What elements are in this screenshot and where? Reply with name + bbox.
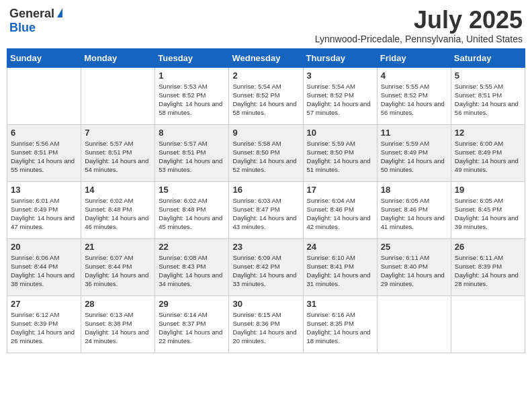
title-section: July 2025 Lynnwood-Pricedale, Pennsylvan…	[315, 7, 523, 44]
calendar-cell: 8Sunrise: 5:57 AMSunset: 8:51 PMDaylight…	[155, 124, 229, 181]
calendar-cell: 10Sunrise: 5:59 AMSunset: 8:50 PMDayligh…	[303, 124, 377, 181]
calendar-cell: 4Sunrise: 5:55 AMSunset: 8:52 PMDaylight…	[377, 67, 451, 124]
calendar-cell: 15Sunrise: 6:02 AMSunset: 8:48 PMDayligh…	[155, 181, 229, 238]
day-info: Sunrise: 6:02 AMSunset: 8:48 PMDaylight:…	[159, 196, 225, 232]
day-info: Sunrise: 5:55 AMSunset: 8:51 PMDaylight:…	[455, 82, 521, 118]
calendar-cell: 9Sunrise: 5:58 AMSunset: 8:50 PMDaylight…	[229, 124, 303, 181]
calendar-cell: 12Sunrise: 6:00 AMSunset: 8:49 PMDayligh…	[451, 124, 525, 181]
day-info: Sunrise: 6:01 AMSunset: 8:49 PMDaylight:…	[11, 196, 77, 232]
day-info: Sunrise: 5:53 AMSunset: 8:52 PMDaylight:…	[159, 82, 225, 118]
day-number: 31	[307, 299, 373, 309]
calendar-cell: 30Sunrise: 6:15 AMSunset: 8:36 PMDayligh…	[229, 295, 303, 353]
day-number: 10	[307, 128, 373, 138]
day-info: Sunrise: 5:55 AMSunset: 8:52 PMDaylight:…	[381, 82, 447, 118]
calendar-cell: 20Sunrise: 6:06 AMSunset: 8:44 PMDayligh…	[7, 238, 81, 295]
day-info: Sunrise: 6:08 AMSunset: 8:43 PMDaylight:…	[159, 253, 225, 289]
weekday-header: Sunday	[7, 48, 81, 67]
calendar-cell	[377, 295, 451, 353]
calendar-cell: 25Sunrise: 6:11 AMSunset: 8:40 PMDayligh…	[377, 238, 451, 295]
logo: General Blue	[9, 7, 62, 35]
weekday-header: Tuesday	[155, 48, 229, 67]
day-number: 21	[85, 242, 151, 252]
day-info: Sunrise: 5:59 AMSunset: 8:49 PMDaylight:…	[381, 139, 447, 175]
day-info: Sunrise: 5:58 AMSunset: 8:50 PMDaylight:…	[232, 139, 299, 175]
day-number: 13	[11, 185, 77, 195]
calendar-cell: 16Sunrise: 6:03 AMSunset: 8:47 PMDayligh…	[229, 181, 303, 238]
day-info: Sunrise: 6:10 AMSunset: 8:41 PMDaylight:…	[307, 253, 373, 289]
day-info: Sunrise: 6:02 AMSunset: 8:48 PMDaylight:…	[85, 196, 151, 232]
day-number: 24	[307, 242, 373, 252]
day-info: Sunrise: 6:03 AMSunset: 8:47 PMDaylight:…	[232, 196, 299, 232]
calendar-cell: 7Sunrise: 5:57 AMSunset: 8:51 PMDaylight…	[81, 124, 155, 181]
day-number: 17	[307, 185, 373, 195]
day-info: Sunrise: 6:16 AMSunset: 8:35 PMDaylight:…	[307, 310, 373, 346]
day-info: Sunrise: 6:06 AMSunset: 8:44 PMDaylight:…	[11, 253, 77, 289]
day-number: 4	[381, 71, 447, 81]
calendar-cell	[451, 295, 525, 353]
day-info: Sunrise: 6:14 AMSunset: 8:37 PMDaylight:…	[159, 310, 225, 346]
calendar-week-row: 20Sunrise: 6:06 AMSunset: 8:44 PMDayligh…	[7, 238, 525, 295]
day-number: 27	[11, 299, 77, 309]
calendar-cell: 13Sunrise: 6:01 AMSunset: 8:49 PMDayligh…	[7, 181, 81, 238]
day-number: 25	[381, 242, 447, 252]
calendar-week-row: 1Sunrise: 5:53 AMSunset: 8:52 PMDaylight…	[7, 67, 525, 124]
day-number: 6	[11, 128, 77, 138]
day-number: 5	[455, 71, 521, 81]
calendar-cell	[7, 67, 81, 124]
day-number: 11	[381, 128, 447, 138]
day-info: Sunrise: 6:09 AMSunset: 8:42 PMDaylight:…	[232, 253, 299, 289]
day-number: 23	[232, 242, 299, 252]
page-header: General Blue July 2025 Lynnwood-Pricedal…	[7, 7, 525, 44]
calendar-cell	[81, 67, 155, 124]
day-number: 29	[159, 299, 225, 309]
calendar-cell: 24Sunrise: 6:10 AMSunset: 8:41 PMDayligh…	[303, 238, 377, 295]
calendar-cell: 29Sunrise: 6:14 AMSunset: 8:37 PMDayligh…	[155, 295, 229, 353]
calendar-week-row: 27Sunrise: 6:12 AMSunset: 8:39 PMDayligh…	[7, 295, 525, 353]
logo-blue-text: Blue	[9, 21, 36, 35]
day-info: Sunrise: 6:00 AMSunset: 8:49 PMDaylight:…	[455, 139, 521, 175]
day-info: Sunrise: 5:59 AMSunset: 8:50 PMDaylight:…	[307, 139, 373, 175]
day-info: Sunrise: 6:13 AMSunset: 8:38 PMDaylight:…	[85, 310, 151, 346]
logo-triangle-icon	[57, 8, 62, 17]
calendar-cell: 5Sunrise: 5:55 AMSunset: 8:51 PMDaylight…	[451, 67, 525, 124]
day-number: 19	[455, 185, 521, 195]
day-info: Sunrise: 5:54 AMSunset: 8:52 PMDaylight:…	[232, 82, 299, 118]
calendar-cell: 1Sunrise: 5:53 AMSunset: 8:52 PMDaylight…	[155, 67, 229, 124]
calendar-cell: 21Sunrise: 6:07 AMSunset: 8:44 PMDayligh…	[81, 238, 155, 295]
calendar-cell: 31Sunrise: 6:16 AMSunset: 8:35 PMDayligh…	[303, 295, 377, 353]
day-number: 30	[232, 299, 299, 309]
calendar-cell: 14Sunrise: 6:02 AMSunset: 8:48 PMDayligh…	[81, 181, 155, 238]
day-number: 15	[159, 185, 225, 195]
day-info: Sunrise: 6:04 AMSunset: 8:46 PMDaylight:…	[307, 196, 373, 232]
weekday-header: Friday	[377, 48, 451, 67]
day-info: Sunrise: 6:15 AMSunset: 8:36 PMDaylight:…	[232, 310, 299, 346]
day-number: 1	[159, 71, 225, 81]
calendar-cell: 11Sunrise: 5:59 AMSunset: 8:49 PMDayligh…	[377, 124, 451, 181]
day-info: Sunrise: 6:12 AMSunset: 8:39 PMDaylight:…	[11, 310, 77, 346]
calendar-cell: 26Sunrise: 6:11 AMSunset: 8:39 PMDayligh…	[451, 238, 525, 295]
day-number: 18	[381, 185, 447, 195]
calendar-cell: 2Sunrise: 5:54 AMSunset: 8:52 PMDaylight…	[229, 67, 303, 124]
day-number: 22	[159, 242, 225, 252]
location-text: Lynnwood-Pricedale, Pennsylvania, United…	[315, 34, 523, 44]
calendar-cell: 28Sunrise: 6:13 AMSunset: 8:38 PMDayligh…	[81, 295, 155, 353]
weekday-header: Monday	[81, 48, 155, 67]
day-info: Sunrise: 5:56 AMSunset: 8:51 PMDaylight:…	[11, 139, 77, 175]
day-number: 2	[232, 71, 299, 81]
calendar-table: SundayMondayTuesdayWednesdayThursdayFrid…	[7, 48, 525, 353]
calendar-week-row: 6Sunrise: 5:56 AMSunset: 8:51 PMDaylight…	[7, 124, 525, 181]
day-info: Sunrise: 6:11 AMSunset: 8:39 PMDaylight:…	[455, 253, 521, 289]
month-year-title: July 2025	[315, 7, 523, 34]
day-info: Sunrise: 6:11 AMSunset: 8:40 PMDaylight:…	[381, 253, 447, 289]
day-number: 9	[232, 128, 299, 138]
day-number: 14	[85, 185, 151, 195]
day-number: 8	[159, 128, 225, 138]
day-number: 7	[85, 128, 151, 138]
day-number: 28	[85, 299, 151, 309]
calendar-cell: 27Sunrise: 6:12 AMSunset: 8:39 PMDayligh…	[7, 295, 81, 353]
calendar-header-row: SundayMondayTuesdayWednesdayThursdayFrid…	[7, 48, 525, 67]
day-info: Sunrise: 6:05 AMSunset: 8:46 PMDaylight:…	[381, 196, 447, 232]
day-info: Sunrise: 5:57 AMSunset: 8:51 PMDaylight:…	[159, 139, 225, 175]
weekday-header: Saturday	[451, 48, 525, 67]
calendar-cell: 18Sunrise: 6:05 AMSunset: 8:46 PMDayligh…	[377, 181, 451, 238]
